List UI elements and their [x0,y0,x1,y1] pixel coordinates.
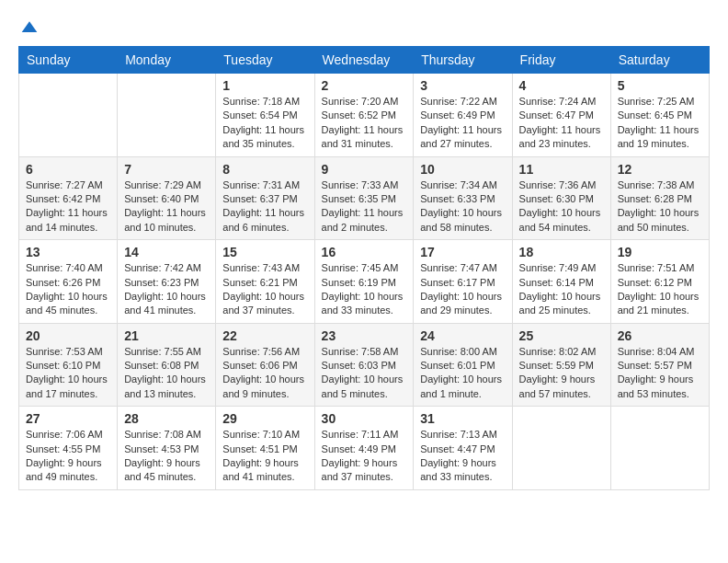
day-info: Sunrise: 7:18 AM Sunset: 6:54 PM Dayligh… [222,95,307,152]
logo [18,18,39,37]
day-number: 9 [322,162,407,177]
day-info: Sunrise: 7:10 AM Sunset: 4:51 PM Dayligh… [222,428,307,485]
day-number: 12 [618,162,702,177]
calendar-cell [610,407,709,490]
calendar-cell: 7Sunrise: 7:29 AM Sunset: 6:40 PM Daylig… [118,156,216,240]
day-info: Sunrise: 7:43 AM Sunset: 6:21 PM Dayligh… [222,261,307,318]
calendar-cell: 12Sunrise: 7:38 AM Sunset: 6:28 PM Dayli… [610,156,709,240]
day-header-friday: Friday [512,47,610,74]
day-info: Sunrise: 7:36 AM Sunset: 6:30 PM Dayligh… [519,178,604,236]
calendar-cell: 20Sunrise: 7:53 AM Sunset: 6:10 PM Dayli… [19,323,118,407]
day-number: 6 [26,162,110,177]
calendar-table: SundayMondayTuesdayWednesdayThursdayFrid… [18,46,710,490]
day-number: 4 [519,78,604,93]
calendar-cell: 1Sunrise: 7:18 AM Sunset: 6:54 PM Daylig… [216,74,314,157]
calendar-cell: 29Sunrise: 7:10 AM Sunset: 4:51 PM Dayli… [216,407,314,490]
day-number: 25 [519,328,604,343]
day-number: 18 [519,245,604,259]
day-info: Sunrise: 7:38 AM Sunset: 6:28 PM Dayligh… [618,178,702,236]
day-info: Sunrise: 7:53 AM Sunset: 6:10 PM Dayligh… [26,345,110,402]
day-info: Sunrise: 8:00 AM Sunset: 6:01 PM Dayligh… [420,345,505,402]
day-info: Sunrise: 7:31 AM Sunset: 6:37 PM Dayligh… [222,178,307,236]
day-header-thursday: Thursday [414,47,512,74]
day-number: 16 [322,245,407,259]
day-info: Sunrise: 7:08 AM Sunset: 4:53 PM Dayligh… [124,428,209,485]
day-number: 7 [124,162,209,177]
day-number: 2 [322,78,407,93]
day-number: 28 [124,411,209,426]
day-header-tuesday: Tuesday [216,47,314,74]
day-number: 14 [124,245,209,259]
day-number: 30 [322,411,407,426]
day-number: 1 [222,78,307,93]
logo-icon [20,18,39,37]
calendar-cell: 6Sunrise: 7:27 AM Sunset: 6:42 PM Daylig… [19,156,118,240]
calendar-cell: 27Sunrise: 7:06 AM Sunset: 4:55 PM Dayli… [19,407,118,490]
calendar-cell: 28Sunrise: 7:08 AM Sunset: 4:53 PM Dayli… [118,407,216,490]
calendar-cell: 26Sunrise: 8:04 AM Sunset: 5:57 PM Dayli… [610,323,709,407]
calendar-cell: 15Sunrise: 7:43 AM Sunset: 6:21 PM Dayli… [216,240,314,324]
calendar-cell: 30Sunrise: 7:11 AM Sunset: 4:49 PM Dayli… [314,407,414,490]
day-number: 21 [124,328,209,343]
day-info: Sunrise: 7:33 AM Sunset: 6:35 PM Dayligh… [322,178,407,236]
day-number: 10 [420,162,505,177]
day-info: Sunrise: 7:06 AM Sunset: 4:55 PM Dayligh… [26,428,110,485]
calendar-week-2: 6Sunrise: 7:27 AM Sunset: 6:42 PM Daylig… [19,156,710,240]
day-number: 11 [519,162,604,177]
day-info: Sunrise: 7:22 AM Sunset: 6:49 PM Dayligh… [420,95,505,152]
calendar-cell: 2Sunrise: 7:20 AM Sunset: 6:52 PM Daylig… [314,74,414,157]
day-info: Sunrise: 8:04 AM Sunset: 5:57 PM Dayligh… [618,345,702,402]
calendar-cell: 9Sunrise: 7:33 AM Sunset: 6:35 PM Daylig… [314,156,414,240]
day-number: 29 [222,411,307,426]
day-info: Sunrise: 7:47 AM Sunset: 6:17 PM Dayligh… [420,261,505,318]
calendar-week-4: 20Sunrise: 7:53 AM Sunset: 6:10 PM Dayli… [19,323,710,407]
day-number: 3 [420,78,505,93]
day-info: Sunrise: 7:40 AM Sunset: 6:26 PM Dayligh… [26,261,110,318]
day-number: 26 [618,328,702,343]
calendar-cell: 13Sunrise: 7:40 AM Sunset: 6:26 PM Dayli… [19,240,118,324]
day-info: Sunrise: 7:49 AM Sunset: 6:14 PM Dayligh… [519,261,604,318]
calendar-cell: 10Sunrise: 7:34 AM Sunset: 6:33 PM Dayli… [414,156,512,240]
day-info: Sunrise: 7:58 AM Sunset: 6:03 PM Dayligh… [322,345,407,402]
calendar-cell: 18Sunrise: 7:49 AM Sunset: 6:14 PM Dayli… [512,240,610,324]
day-info: Sunrise: 7:11 AM Sunset: 4:49 PM Dayligh… [322,428,407,485]
calendar-week-3: 13Sunrise: 7:40 AM Sunset: 6:26 PM Dayli… [19,240,710,324]
calendar-cell: 8Sunrise: 7:31 AM Sunset: 6:37 PM Daylig… [216,156,314,240]
day-number: 31 [420,411,505,426]
calendar-cell: 31Sunrise: 7:13 AM Sunset: 4:47 PM Dayli… [414,407,512,490]
day-number: 23 [322,328,407,343]
calendar-week-5: 27Sunrise: 7:06 AM Sunset: 4:55 PM Dayli… [19,407,710,490]
day-number: 17 [420,245,505,259]
calendar-cell: 24Sunrise: 8:00 AM Sunset: 6:01 PM Dayli… [414,323,512,407]
calendar-cell: 14Sunrise: 7:42 AM Sunset: 6:23 PM Dayli… [118,240,216,324]
day-header-sunday: Sunday [19,47,118,74]
calendar-cell: 17Sunrise: 7:47 AM Sunset: 6:17 PM Dayli… [414,240,512,324]
days-header-row: SundayMondayTuesdayWednesdayThursdayFrid… [19,47,710,74]
day-header-wednesday: Wednesday [314,47,414,74]
day-info: Sunrise: 7:13 AM Sunset: 4:47 PM Dayligh… [420,428,505,485]
calendar-cell: 4Sunrise: 7:24 AM Sunset: 6:47 PM Daylig… [512,74,610,157]
day-number: 22 [222,328,307,343]
day-info: Sunrise: 7:55 AM Sunset: 6:08 PM Dayligh… [124,345,209,402]
day-number: 8 [222,162,307,177]
calendar-cell: 23Sunrise: 7:58 AM Sunset: 6:03 PM Dayli… [314,323,414,407]
calendar-week-1: 1Sunrise: 7:18 AM Sunset: 6:54 PM Daylig… [19,74,710,157]
day-number: 24 [420,328,505,343]
page-header [18,18,710,37]
calendar-cell: 19Sunrise: 7:51 AM Sunset: 6:12 PM Dayli… [610,240,709,324]
day-info: Sunrise: 7:45 AM Sunset: 6:19 PM Dayligh… [322,261,407,318]
day-number: 20 [26,328,110,343]
day-info: Sunrise: 7:29 AM Sunset: 6:40 PM Dayligh… [124,178,209,236]
day-info: Sunrise: 8:02 AM Sunset: 5:59 PM Dayligh… [519,345,604,402]
day-number: 15 [222,245,307,259]
day-info: Sunrise: 7:24 AM Sunset: 6:47 PM Dayligh… [519,95,604,152]
day-info: Sunrise: 7:25 AM Sunset: 6:45 PM Dayligh… [618,95,702,152]
day-number: 13 [26,245,110,259]
calendar-cell: 21Sunrise: 7:55 AM Sunset: 6:08 PM Dayli… [118,323,216,407]
calendar-cell [512,407,610,490]
calendar-cell: 5Sunrise: 7:25 AM Sunset: 6:45 PM Daylig… [610,74,709,157]
day-info: Sunrise: 7:51 AM Sunset: 6:12 PM Dayligh… [618,261,702,318]
day-number: 27 [26,411,110,426]
calendar-cell: 22Sunrise: 7:56 AM Sunset: 6:06 PM Dayli… [216,323,314,407]
calendar-cell: 3Sunrise: 7:22 AM Sunset: 6:49 PM Daylig… [414,74,512,157]
